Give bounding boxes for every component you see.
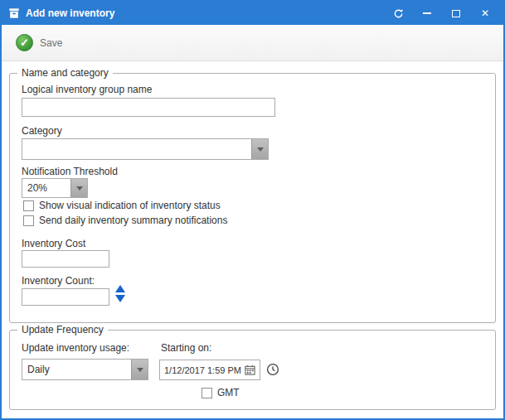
save-check-icon: ✓	[16, 34, 33, 51]
gmt-label: GMT	[217, 387, 240, 398]
daily-summary-checkbox[interactable]	[23, 215, 34, 226]
gmt-checkbox[interactable]	[202, 388, 212, 398]
category-value	[22, 139, 251, 159]
inventory-cost-label: Inventory Cost	[22, 238, 85, 249]
category-label: Category	[22, 125, 62, 137]
app-icon	[8, 7, 20, 19]
name-category-group: Name and category Logical inventory grou…	[9, 73, 496, 323]
group-name-label: Logical inventory group name	[22, 84, 152, 95]
add-inventory-dialog: Add new inventory ✕ ✓ Save Name and cate…	[0, 0, 505, 420]
toolbar: ✓ Save	[2, 25, 503, 61]
category-dropdown[interactable]	[22, 138, 269, 160]
save-button-label: Save	[40, 37, 62, 49]
dialog-body: Name and category Logical inventory grou…	[2, 61, 503, 417]
starting-on-value: 1/12/2017 1:59 PM	[164, 365, 241, 375]
inventory-count-stepper[interactable]	[115, 285, 125, 302]
chevron-down-icon	[257, 147, 264, 152]
window-title: Add new inventory	[26, 7, 381, 19]
save-button[interactable]: ✓ Save	[8, 30, 75, 56]
starting-on-label: Starting on:	[161, 342, 211, 354]
group-name-input[interactable]	[22, 98, 275, 117]
gmt-checkbox-row[interactable]: GMT	[202, 387, 240, 398]
titlebar: Add new inventory ✕	[2, 2, 503, 25]
threshold-label: Notification Threshold	[22, 166, 118, 177]
category-dropdown-button[interactable]	[251, 139, 268, 159]
update-usage-label: Update inventory usage:	[22, 342, 129, 354]
name-category-legend: Name and category	[17, 67, 113, 79]
threshold-dropdown-button[interactable]	[70, 179, 87, 197]
chevron-down-icon	[76, 186, 83, 191]
update-usage-dropdown[interactable]: Daily	[22, 359, 148, 380]
daily-summary-checkbox-row[interactable]: Send daily inventory summary notificatio…	[23, 215, 227, 226]
clock-icon[interactable]	[266, 363, 279, 376]
spinner-down-icon[interactable]	[115, 295, 125, 302]
chevron-down-icon	[137, 368, 143, 372]
update-frequency-legend: Update Frequency	[17, 324, 108, 336]
refresh-icon[interactable]	[386, 4, 410, 22]
update-usage-value: Daily	[22, 360, 131, 379]
spinner-up-icon[interactable]	[115, 285, 125, 292]
maximize-icon[interactable]	[444, 4, 468, 22]
close-glyph: ✕	[481, 8, 489, 18]
threshold-dropdown[interactable]: 20%	[22, 178, 88, 198]
visual-indication-checkbox-row[interactable]: Show visual indication of inventory stat…	[23, 200, 221, 211]
inventory-count-label: Inventory Count:	[22, 275, 95, 287]
update-usage-dropdown-button[interactable]	[131, 360, 148, 379]
minimize-icon[interactable]	[415, 4, 439, 22]
close-icon[interactable]: ✕	[473, 4, 497, 22]
inventory-cost-input[interactable]	[22, 250, 109, 268]
visual-indication-checkbox[interactable]	[23, 200, 34, 211]
daily-summary-label: Send daily inventory summary notificatio…	[39, 215, 227, 226]
starting-on-datetime-field[interactable]: 1/12/2017 1:59 PM	[159, 360, 260, 380]
threshold-value: 20%	[22, 179, 70, 197]
inventory-count-input[interactable]	[22, 288, 109, 306]
visual-indication-label: Show visual indication of inventory stat…	[39, 200, 221, 211]
minimize-glyph	[423, 12, 431, 14]
calendar-icon[interactable]	[245, 364, 255, 375]
maximize-glyph	[452, 10, 460, 17]
update-frequency-group: Update Frequency Update inventory usage:…	[9, 330, 496, 410]
